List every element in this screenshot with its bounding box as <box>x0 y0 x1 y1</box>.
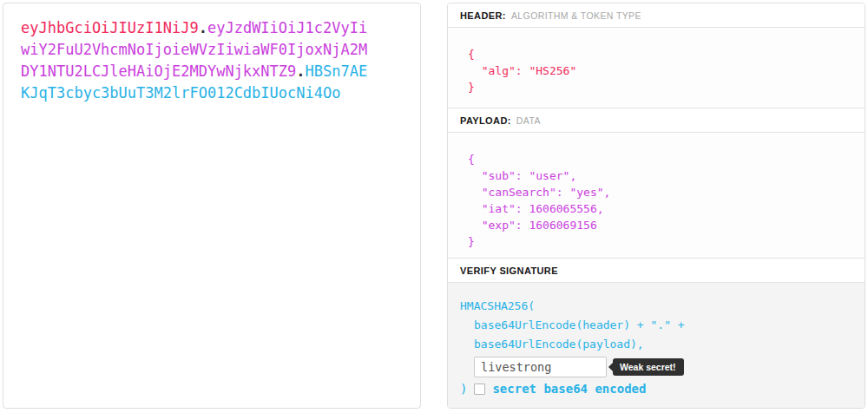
header-json-editor[interactable]: { "alg": "HS256" } <box>448 28 865 108</box>
token-separator-dot-2: . <box>296 62 305 80</box>
decoded-panel: HEADER: ALGORITHM & TOKEN TYPE { "alg": … <box>447 3 865 409</box>
verify-signature-area: HMACSHA256( base64UrlEncode(header) + ".… <box>448 283 865 408</box>
header-section-subtitle: ALGORITHM & TOKEN TYPE <box>511 10 641 21</box>
payload-section-title: PAYLOAD: <box>460 115 511 126</box>
base64-encoded-checkbox[interactable] <box>474 384 485 395</box>
header-json-line: } <box>468 79 852 95</box>
jwt-debugger: eyJhbGciOiJIUzI1NiJ9.eyJzdWIiOiJ1c2VyIiw… <box>0 0 868 413</box>
payload-json-line: { <box>468 151 852 167</box>
header-json-line: { <box>468 46 852 62</box>
header-section-title: HEADER: <box>460 10 506 21</box>
payload-json-line: "iat": 1606065556, <box>468 200 852 217</box>
header-json-line: "alg": "HS256" <box>468 62 852 79</box>
hmac-code-line-3: base64UrlEncode(payload), <box>460 335 852 354</box>
payload-section-band: PAYLOAD: DATA <box>448 108 865 133</box>
payload-json-line: "exp": 1606069156 <box>468 217 852 233</box>
payload-json-line: "canSearch": "yes", <box>468 184 852 200</box>
weak-secret-tooltip: Weak secret! <box>613 358 684 376</box>
header-section-band: HEADER: ALGORITHM & TOKEN TYPE <box>448 3 865 28</box>
tooltip-text: Weak secret! <box>620 362 676 372</box>
token-header-segment: eyJhbGciOiJIUzI1NiJ9 <box>21 19 199 36</box>
secret-input[interactable] <box>474 357 607 377</box>
payload-json-line: } <box>468 233 852 250</box>
payload-json-editor[interactable]: { "sub": "user", "canSearch": "yes", "ia… <box>448 133 865 259</box>
payload-json-line: "sub": "user", <box>468 167 852 184</box>
encoded-token-panel: eyJhbGciOiJIUzI1NiJ9.eyJzdWIiOiJ1c2VyIiw… <box>3 3 421 409</box>
hmac-code-line-2: base64UrlEncode(header) + "." + <box>460 316 852 335</box>
payload-section-subtitle: DATA <box>516 115 541 126</box>
base64-encoded-checkbox-label[interactable]: secret base64 encoded <box>492 382 646 396</box>
secret-row: Weak secret! <box>474 357 852 377</box>
tooltip-arrow-icon <box>608 363 613 371</box>
token-separator-dot-1: . <box>199 19 207 36</box>
verify-signature-title: VERIFY SIGNATURE <box>460 266 558 276</box>
hmac-code-line-1: HMACSHA256( <box>460 297 852 316</box>
close-paren: ) <box>460 382 467 396</box>
encoded-token-editor[interactable]: eyJhbGciOiJIUzI1NiJ9.eyJzdWIiOiJ1c2VyIiw… <box>21 17 371 104</box>
close-row: ) secret base64 encoded <box>460 382 852 396</box>
verify-signature-band: VERIFY SIGNATURE <box>448 259 865 283</box>
